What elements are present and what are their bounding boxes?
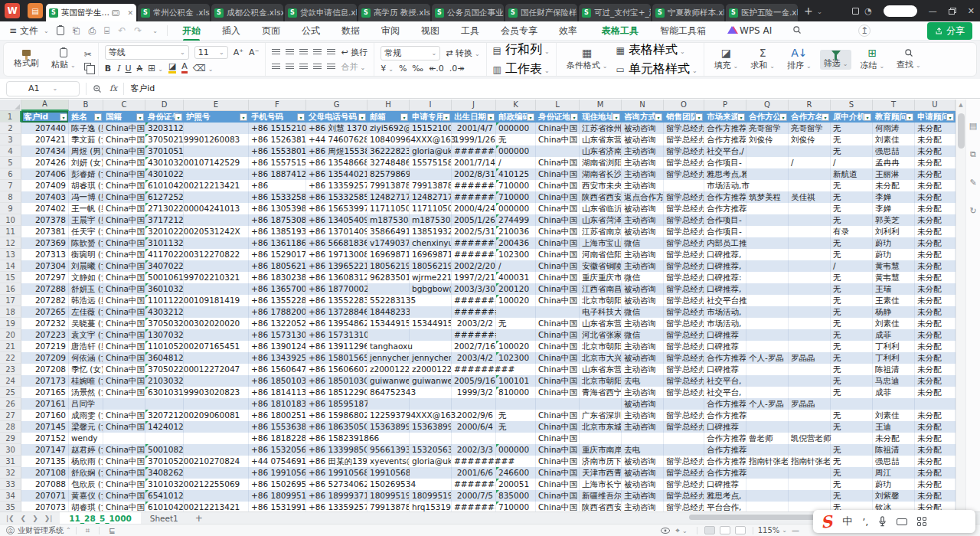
cell-Q21[interactable] bbox=[746, 341, 789, 352]
cell-P2[interactable]: 合作方推荐 bbox=[704, 123, 746, 134]
cell-D11[interactable]: 32010220020531242X bbox=[145, 226, 184, 237]
cell-G6[interactable]: +86 1354402198 bbox=[306, 168, 368, 180]
filter-dropdown-icon[interactable]: ▾ bbox=[612, 113, 620, 121]
menu-item-审阅[interactable]: 审阅 bbox=[381, 22, 400, 40]
cell-I2[interactable]: 151521001 bbox=[410, 123, 452, 134]
row-number[interactable]: 8 bbox=[0, 191, 21, 203]
cell-O33[interactable]: 留学总经办 bbox=[664, 479, 704, 490]
cell-R4[interactable] bbox=[789, 145, 831, 157]
column-header-A[interactable]: A bbox=[21, 100, 69, 111]
cell-N26[interactable]: 被动咨询 bbox=[622, 398, 664, 410]
convert-button[interactable]: ⇄ 转换⌄ bbox=[446, 47, 479, 59]
cell-M6[interactable]: 湖南省长沙 bbox=[580, 168, 622, 180]
number-format-select[interactable]: 常规⌄ bbox=[381, 46, 440, 60]
percent-icon[interactable]: % bbox=[399, 64, 407, 74]
cell-E27[interactable] bbox=[184, 410, 249, 421]
cell-O14[interactable]: 留学总经办 bbox=[664, 260, 704, 272]
ime-toolbox-icon[interactable] bbox=[917, 517, 926, 526]
cell-B34[interactable]: 黄嘉仪 (女 bbox=[69, 490, 103, 502]
cell-U16[interactable]: 未分配 bbox=[915, 283, 956, 295]
find-button[interactable]: 查找⌄ bbox=[893, 47, 925, 71]
cell-U23[interactable]: 未分配 bbox=[915, 364, 956, 375]
cell-N9[interactable]: 被动咨询 bbox=[622, 203, 664, 214]
cell-B26[interactable]: 吕同学 bbox=[69, 398, 103, 410]
side-panel-icon-3[interactable]: ✎ bbox=[969, 178, 976, 188]
cell-I10[interactable]: m1875308 bbox=[410, 214, 452, 226]
cell-U5[interactable]: 未分配 bbox=[915, 157, 956, 168]
cell-I3[interactable] bbox=[410, 134, 452, 145]
cell-Q27[interactable] bbox=[746, 410, 789, 421]
cell-K2[interactable]: 000000 bbox=[496, 123, 536, 134]
cell-N3[interactable]: 被动咨询 bbox=[622, 134, 664, 145]
cell-F20[interactable]: +86 15731301 bbox=[249, 329, 306, 341]
cell-B17[interactable]: 韩浩远 (男 bbox=[69, 295, 103, 306]
cell-H31[interactable]: xyevents@ bbox=[368, 456, 410, 467]
cell-O26[interactable] bbox=[664, 398, 704, 410]
cell-G17[interactable]: +86 1355228313 bbox=[306, 295, 368, 306]
cell-B31[interactable]: 杨欣雨 (女 bbox=[69, 456, 103, 467]
column-header-H[interactable]: H bbox=[368, 100, 410, 111]
cell-H32[interactable]: 199105686 bbox=[368, 467, 410, 479]
distribute-icon[interactable] bbox=[327, 64, 335, 70]
cell-A34[interactable]: 207071 bbox=[21, 490, 69, 502]
cell-P7[interactable]: 市场活动,市 bbox=[704, 180, 746, 191]
cell-R9[interactable] bbox=[789, 203, 831, 214]
cell-style-button[interactable]: ▭ 单元格样式⌄ bbox=[616, 61, 697, 77]
filter-dropdown-icon[interactable]: ▾ bbox=[695, 113, 703, 121]
cell-F21[interactable]: +86 13901242 bbox=[249, 341, 306, 352]
cell-G27[interactable]: +86 1598680231 bbox=[306, 410, 368, 421]
cell-O27[interactable]: 留学总经办 bbox=[664, 410, 704, 421]
cell-T33[interactable]: 蔚玏 bbox=[873, 479, 915, 490]
cell-K26[interactable] bbox=[496, 398, 536, 410]
cell-U18[interactable]: 未分配 bbox=[915, 306, 956, 318]
cell-I6[interactable] bbox=[410, 168, 452, 180]
cell-P34[interactable]: 雅思考点, bbox=[704, 490, 746, 502]
page-layout-button[interactable] bbox=[720, 526, 730, 534]
cell-C15[interactable]: China中国 bbox=[103, 272, 145, 283]
cell-G34[interactable]: +86 1899937166 bbox=[306, 490, 368, 502]
cell-N7[interactable]: 主动咨询 bbox=[622, 180, 664, 191]
row-number[interactable]: 20 bbox=[0, 329, 21, 341]
sheet-tab[interactable]: Sheet1 bbox=[141, 512, 188, 525]
search-icon[interactable] bbox=[792, 25, 802, 37]
filter-dropdown-icon[interactable]: ▾ bbox=[946, 113, 954, 121]
cell-R24[interactable] bbox=[789, 375, 831, 387]
cell-U31[interactable]: 未分配 bbox=[915, 456, 956, 467]
cell-U11[interactable]: 未分配 bbox=[915, 226, 956, 237]
header-cell-K[interactable]: 邮政编码▾ bbox=[496, 111, 536, 123]
cell-H33[interactable]: 150269534 bbox=[368, 479, 410, 490]
cell-N18[interactable]: 微信 bbox=[622, 306, 664, 318]
cell-A35[interactable]: 207073 bbox=[21, 502, 69, 511]
cell-R30[interactable] bbox=[789, 444, 831, 456]
file-tab[interactable]: S成都公积金.xlsx bbox=[211, 4, 283, 21]
wps-logo-icon[interactable]: W bbox=[5, 3, 20, 18]
filter-dropdown-icon[interactable]: ▾ bbox=[94, 113, 102, 121]
cell-F28[interactable]: +86 15536380 bbox=[249, 421, 306, 433]
cell-T25[interactable]: 成菲 bbox=[873, 387, 915, 398]
cell-S27[interactable]: 无 bbox=[831, 410, 873, 421]
cell-B7[interactable]: 胡睿琪 (女 bbox=[69, 180, 103, 191]
cell-M18[interactable]: 电子科技大 bbox=[580, 306, 622, 318]
cell-I22[interactable]: jennychen bbox=[410, 352, 452, 364]
cell-O22[interactable]: 留学总经办 bbox=[664, 352, 704, 364]
cell-A9[interactable]: 207402 bbox=[21, 203, 69, 214]
row-number[interactable]: 25 bbox=[0, 387, 21, 398]
cell-J13[interactable]: ######### bbox=[452, 249, 496, 260]
cell-D16[interactable]: 360103200303300725 bbox=[145, 283, 184, 295]
cell-J30[interactable]: 2002/3/3 bbox=[452, 444, 496, 456]
cell-I24[interactable]: guiwanwei bbox=[410, 375, 452, 387]
cell-Q16[interactable] bbox=[746, 283, 789, 295]
tab-table-tools[interactable]: 表格工具 bbox=[601, 22, 639, 40]
cell-S31[interactable]: 无 bbox=[831, 456, 873, 467]
cell-M19[interactable]: 山东省东营 bbox=[580, 318, 622, 329]
cell-P3[interactable]: 合作方推荐 bbox=[704, 134, 746, 145]
cell-N8[interactable]: 返点合作方 bbox=[622, 191, 664, 203]
cell-Q19[interactable] bbox=[746, 318, 789, 329]
ime-keyboard-icon[interactable] bbox=[897, 518, 907, 525]
cell-L32[interactable]: China中国 bbox=[536, 467, 580, 479]
cell-P6[interactable]: 雅思考点,雅 bbox=[704, 168, 746, 180]
cell-B27[interactable]: 成雨雯 (女 bbox=[69, 410, 103, 421]
cell-B33[interactable]: 包欣辰 (女 bbox=[69, 479, 103, 490]
cell-G7[interactable]: +86 1335925706 bbox=[306, 180, 368, 191]
cell-C2[interactable]: China中国 bbox=[103, 123, 145, 134]
